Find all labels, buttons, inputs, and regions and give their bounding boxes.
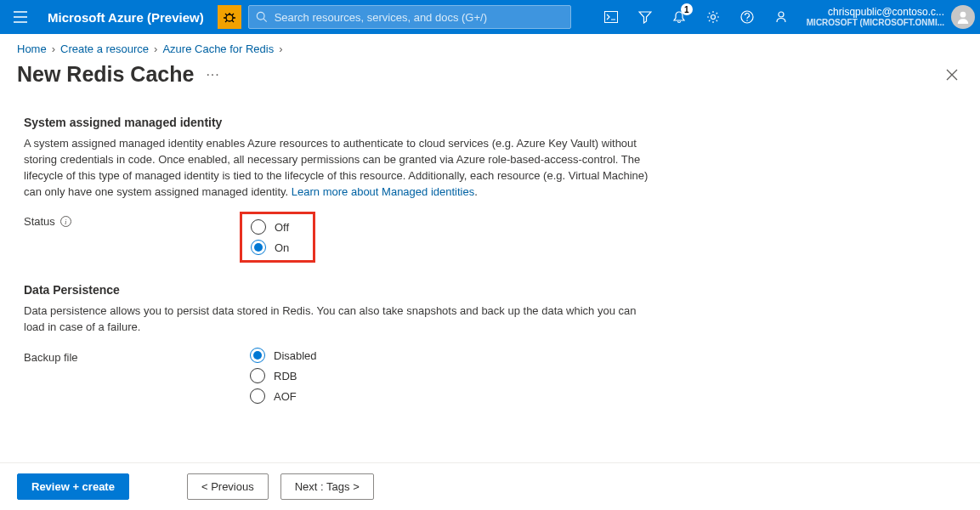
preview-bug-icon[interactable] xyxy=(218,5,241,29)
user-email: chrisqpublic@contoso.c... xyxy=(807,7,944,18)
more-commands-icon[interactable]: ··· xyxy=(206,67,219,82)
svg-point-7 xyxy=(960,12,966,18)
notifications-icon[interactable]: 1 xyxy=(662,0,696,34)
directory-filter-icon[interactable] xyxy=(628,0,662,34)
product-name[interactable]: Microsoft Azure (Preview) xyxy=(41,10,218,25)
status-highlight: Off On xyxy=(240,212,315,263)
global-search[interactable] xyxy=(248,5,571,29)
cloud-shell-icon[interactable] xyxy=(594,0,628,34)
breadcrumb: Home › Create a resource › Azure Cache f… xyxy=(0,34,980,59)
backup-radio-group: Disabled RDB AOF xyxy=(240,348,317,404)
backup-file-label: Backup file xyxy=(24,348,240,364)
svg-point-3 xyxy=(711,15,715,20)
svg-point-5 xyxy=(746,20,748,21)
menu-toggle-icon[interactable] xyxy=(0,0,41,34)
backup-radio-aof[interactable]: AOF xyxy=(250,388,317,404)
close-blade-button[interactable] xyxy=(941,64,963,86)
header-icon-tray: 1 xyxy=(594,0,798,34)
svg-point-0 xyxy=(226,14,233,21)
chevron-right-icon: › xyxy=(52,42,55,55)
section-heading-identity: System assigned managed identity xyxy=(24,116,956,129)
chevron-right-icon: › xyxy=(279,42,282,55)
feedback-icon[interactable] xyxy=(764,0,798,34)
breadcrumb-link-1[interactable]: Create a resource xyxy=(60,42,149,55)
radio-icon xyxy=(250,348,265,363)
status-label: Status i xyxy=(24,212,240,228)
account-menu[interactable]: chrisqpublic@contoso.c... MICROSOFT (MIC… xyxy=(798,5,980,29)
learn-more-link[interactable]: Learn more about Managed identities xyxy=(292,185,474,198)
section-description-identity: A system assigned managed identity enabl… xyxy=(24,136,653,200)
radio-icon xyxy=(251,219,266,235)
review-create-button[interactable]: Review + create xyxy=(17,473,129,500)
radio-icon xyxy=(250,368,265,383)
status-radio-off[interactable]: Off xyxy=(251,219,289,235)
section-heading-persistence: Data Persistence xyxy=(24,283,956,297)
wizard-footer: Review + create < Previous Next : Tags > xyxy=(0,462,980,510)
backup-radio-disabled[interactable]: Disabled xyxy=(250,348,317,363)
breadcrumb-link-2[interactable]: Azure Cache for Redis xyxy=(162,42,274,55)
section-description-persistence: Data persistence allows you to persist d… xyxy=(24,303,653,336)
settings-gear-icon[interactable] xyxy=(696,0,730,34)
info-icon[interactable]: i xyxy=(60,216,71,227)
search-icon xyxy=(256,11,268,23)
help-icon[interactable] xyxy=(730,0,764,34)
notification-badge: 1 xyxy=(681,3,693,15)
previous-button[interactable]: < Previous xyxy=(187,473,269,500)
svg-point-6 xyxy=(779,12,784,17)
svg-rect-2 xyxy=(604,12,617,23)
user-directory: MICROSOFT (MICROSOFT.ONMI... xyxy=(807,18,944,27)
page-title: New Redis Cache xyxy=(17,62,194,87)
chevron-right-icon: › xyxy=(154,42,157,55)
azure-header: Microsoft Azure (Preview) 1 ch xyxy=(0,0,980,34)
breadcrumb-link-0[interactable]: Home xyxy=(17,42,47,55)
avatar-icon xyxy=(951,5,975,29)
status-radio-group: Off On xyxy=(251,219,289,255)
backup-radio-rdb[interactable]: RDB xyxy=(250,368,317,383)
radio-icon xyxy=(250,388,265,404)
status-radio-on[interactable]: On xyxy=(251,240,289,255)
form-pane[interactable]: System assigned managed identity A syste… xyxy=(0,95,980,462)
next-button[interactable]: Next : Tags > xyxy=(280,473,374,500)
radio-icon xyxy=(251,240,266,255)
svg-point-1 xyxy=(257,12,264,20)
search-input[interactable] xyxy=(273,10,564,25)
